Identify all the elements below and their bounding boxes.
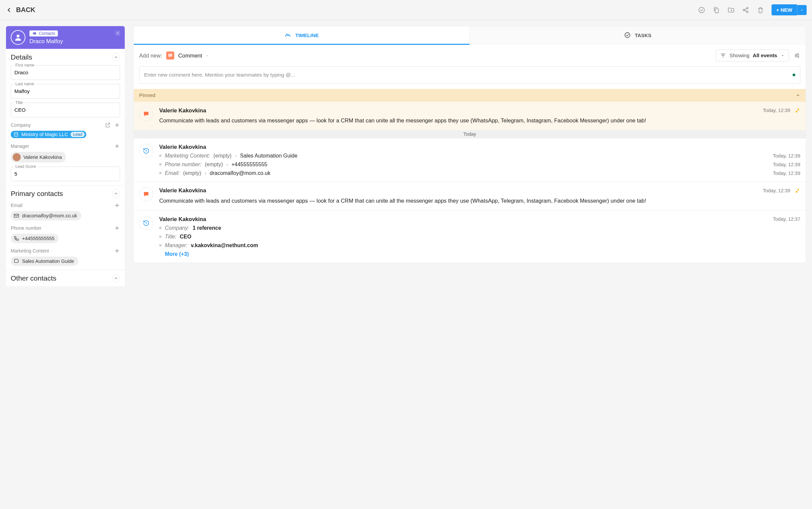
tab-tasks[interactable]: TASKS	[470, 26, 806, 45]
comment-icon	[139, 187, 153, 201]
contact-avatar	[11, 30, 25, 45]
activity-panel: TIMELINE TASKS Add new: Comment Showing …	[133, 26, 806, 286]
contact-header: Contacts Draco Malfoy	[6, 26, 125, 49]
new-button-label: + NEW	[772, 4, 797, 15]
tab-tasks-label: TASKS	[635, 32, 651, 38]
event-time: Today, 12:37	[773, 216, 800, 222]
section-other-header[interactable]: Other contacts	[11, 274, 120, 282]
title-input[interactable]	[11, 103, 120, 117]
svg-rect-1	[715, 9, 718, 13]
manager-chip-name: Valerie Kakovkina	[24, 155, 62, 160]
pinned-header[interactable]: Pinned	[134, 89, 806, 102]
history-icon	[139, 216, 153, 230]
timeline-settings-icon[interactable]	[793, 52, 800, 59]
history-icon	[139, 144, 153, 158]
section-other-contacts: Other contacts	[6, 270, 125, 286]
phone-pill[interactable]: +44555555555	[11, 234, 59, 243]
event-text: Communicate with leads and customers via…	[159, 197, 800, 205]
event-author: Valerie Kakovkina	[159, 216, 206, 223]
chevron-up-icon	[112, 190, 120, 198]
date-separator: Today	[134, 130, 806, 138]
mc-pill[interactable]: Sales Automation Guide	[11, 257, 78, 266]
section-details: Details First name Last name Title Compa…	[6, 49, 125, 185]
chevron-up-icon	[112, 53, 120, 61]
back-button[interactable]: BACK	[5, 6, 35, 14]
share-icon[interactable]	[742, 6, 749, 14]
toolbar-actions: + NEW	[698, 4, 807, 15]
add-phone-icon[interactable]	[114, 225, 120, 231]
arrow-left-icon	[5, 6, 13, 14]
mc-label: Marketing Content	[11, 248, 49, 253]
first-name-field: First name	[11, 65, 120, 80]
add-company-icon[interactable]	[114, 122, 120, 128]
pin-icon[interactable]	[793, 187, 800, 194]
open-external-icon[interactable]	[105, 122, 111, 128]
company-label: Company	[11, 123, 31, 128]
section-other-title: Other contacts	[11, 274, 57, 282]
svg-point-15	[625, 33, 630, 38]
check-circle-icon	[624, 32, 631, 38]
chevron-down-icon	[781, 54, 785, 58]
more-link[interactable]: More (+3)	[165, 251, 189, 257]
last-name-label: Last name	[14, 81, 35, 86]
folder-badge[interactable]: Contacts	[29, 30, 58, 36]
svg-point-8	[117, 32, 119, 34]
add-manager-icon[interactable]	[114, 143, 120, 149]
svg-rect-11	[16, 133, 17, 134]
status-dot-icon	[792, 74, 795, 76]
comment-icon	[139, 107, 153, 121]
filter-prefix: Showing	[730, 53, 749, 59]
company-chip[interactable]: Ministry of Magic LLC Lead	[11, 131, 86, 138]
folder-badge-label: Contacts	[39, 31, 55, 36]
event-time: Today, 12:39	[763, 108, 790, 113]
company-chip-name: Ministry of Magic LLC	[22, 132, 68, 137]
filter-button[interactable]: Showing All events	[716, 49, 789, 62]
svg-rect-13	[16, 134, 17, 134]
manager-label: Manager	[11, 143, 29, 149]
event-author: Valerie Kakovkina	[159, 107, 206, 114]
check-circle-icon[interactable]	[698, 6, 705, 14]
company-stage-badge: Lead	[71, 132, 84, 137]
lead-score-label: Lead Score	[14, 164, 37, 169]
contact-name: Draco Malfoy	[29, 38, 63, 45]
pin-icon[interactable]	[793, 107, 800, 114]
svg-point-5	[17, 34, 20, 37]
tab-timeline[interactable]: TIMELINE	[134, 26, 470, 45]
section-primary-contacts: Primary contacts Email dracomalfoy@mom.c…	[6, 185, 125, 270]
timeline-item-pinned: Valerie Kakovkina Today, 12:39 Communica…	[134, 102, 806, 130]
add-email-icon[interactable]	[114, 202, 120, 208]
activity-icon	[284, 32, 291, 38]
phone-value: +44555555555	[22, 236, 55, 241]
add-new-type[interactable]: Comment	[178, 53, 209, 59]
phone-icon	[13, 235, 20, 241]
comment-input[interactable]: Enter new comment here. Mention your tea…	[139, 66, 800, 83]
details-panel: Contacts Draco Malfoy Details First name…	[6, 26, 125, 286]
filter-icon	[720, 53, 726, 59]
svg-point-17	[796, 55, 797, 56]
move-folder-icon[interactable]	[728, 6, 735, 14]
section-primary-header[interactable]: Primary contacts	[11, 190, 120, 198]
trash-icon[interactable]	[757, 6, 764, 14]
manager-avatar	[13, 153, 21, 161]
copy-icon[interactable]	[713, 6, 720, 14]
event-time: Today, 12:39	[763, 188, 790, 193]
add-mc-icon[interactable]	[114, 248, 120, 254]
svg-point-7	[34, 33, 34, 33]
top-bar: BACK + NEW	[0, 0, 812, 20]
title-label: Title	[14, 100, 24, 105]
new-button-dropdown[interactable]	[797, 5, 807, 15]
new-button[interactable]: + NEW	[772, 4, 807, 15]
manager-chip[interactable]: Valerie Kakovkina	[11, 152, 66, 163]
pinned-label: Pinned	[139, 92, 155, 98]
tab-timeline-label: TIMELINE	[295, 32, 319, 38]
svg-point-16	[797, 54, 798, 55]
gear-icon[interactable]	[115, 30, 121, 36]
svg-rect-9	[14, 133, 18, 136]
event-text: Communicate with leads and customers via…	[159, 116, 800, 125]
svg-point-18	[798, 57, 799, 58]
email-value: dracomalfoy@mom.co.uk	[22, 213, 77, 218]
svg-rect-12	[15, 134, 15, 134]
email-pill[interactable]: dracomalfoy@mom.co.uk	[11, 211, 81, 220]
section-primary-title: Primary contacts	[11, 190, 63, 198]
section-details-header[interactable]: Details	[11, 53, 120, 61]
